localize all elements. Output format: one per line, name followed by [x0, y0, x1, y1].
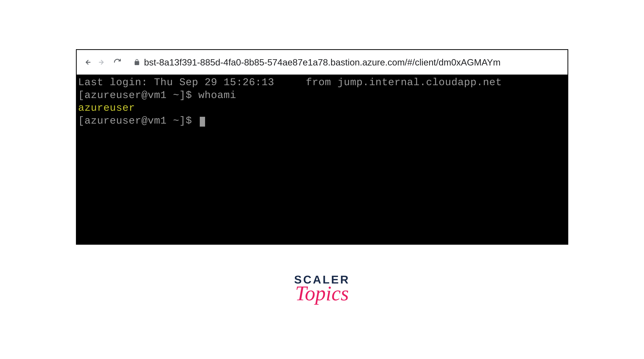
reload-button[interactable]: [113, 57, 122, 67]
back-button[interactable]: [82, 57, 92, 67]
browser-window: bst-8a13f391-885d-4fa0-8b85-574ae87e1a78…: [76, 49, 568, 245]
terminal-login-info: Last login: Thu Sep 29 15:26:13 from jum…: [78, 76, 566, 89]
browser-toolbar: bst-8a13f391-885d-4fa0-8b85-574ae87e1a78…: [77, 50, 568, 74]
terminal-cursor: [200, 117, 205, 127]
logo-topics-text: Topics: [295, 281, 349, 306]
terminal-command-line: [azureuser@vm1 ~]$ whoami: [78, 89, 566, 102]
terminal[interactable]: Last login: Thu Sep 29 15:26:13 from jum…: [77, 74, 568, 244]
url-text: bst-8a13f391-885d-4fa0-8b85-574ae87e1a78…: [144, 57, 501, 67]
terminal-prompt-line: [azureuser@vm1 ~]$: [78, 114, 566, 127]
lock-icon: [134, 59, 140, 66]
terminal-output: azureuser: [78, 102, 566, 114]
scaler-topics-logo: SCALER Topics: [294, 273, 350, 306]
address-bar[interactable]: bst-8a13f391-885d-4fa0-8b85-574ae87e1a78…: [128, 57, 562, 67]
forward-button[interactable]: [98, 57, 107, 67]
